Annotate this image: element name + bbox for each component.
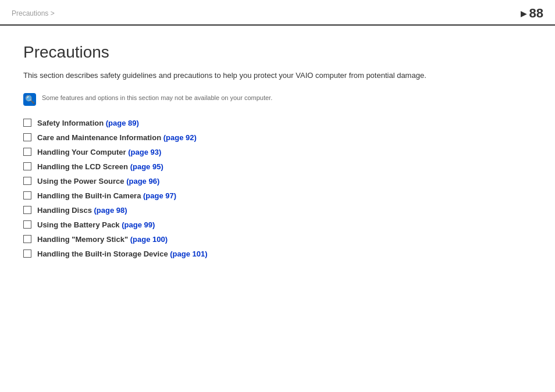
note-icon: 🔍 [23,93,36,106]
toc-label-3: Handling the LCD Screen (page 95) [37,162,163,171]
search-icon: 🔍 [25,95,35,104]
toc-link-7[interactable]: (page 99) [122,220,155,229]
toc-item: Handling the Built-in Camera (page 97) [23,191,532,200]
toc-checkbox-9 [23,250,31,258]
toc-checkbox-2 [23,148,31,156]
toc-link-1[interactable]: (page 92) [163,133,197,142]
toc-link-5[interactable]: (page 97) [143,191,176,200]
toc-checkbox-5 [23,191,31,199]
main-content: Precautions This section describes safet… [0,26,555,276]
toc-checkbox-4 [23,177,31,185]
toc-label-5: Handling the Built-in Camera (page 97) [37,191,176,200]
breadcrumb: Precautions > [12,9,55,17]
toc-item: Care and Maintenance Information (page 9… [23,133,532,142]
intro-text: This section describes safety guidelines… [23,70,532,81]
toc-link-2[interactable]: (page 93) [128,148,161,156]
toc-label-0: Safety Information (page 89) [37,119,139,127]
toc-item: Handling Discs (page 98) [23,206,532,215]
toc-label-9: Handling the Built-in Storage Device (pa… [37,250,208,258]
toc-label-6: Handling Discs (page 98) [37,206,127,215]
toc-checkbox-7 [23,220,31,229]
toc-label-4: Using the Power Source (page 96) [37,177,159,186]
note-text: Some features and options in this sectio… [42,92,272,103]
toc-checkbox-3 [23,162,31,170]
toc-checkbox-1 [23,133,31,141]
toc-checkbox-6 [23,206,31,214]
toc-link-3[interactable]: (page 95) [130,162,163,171]
toc-checkbox-0 [23,119,31,127]
toc-checkbox-8 [23,235,31,243]
page-number-container: ▶ 88 [521,6,543,21]
page-title: Precautions [23,43,532,62]
toc-label-2: Handling Your Computer (page 93) [37,148,161,156]
toc-item: Handling the Built-in Storage Device (pa… [23,250,532,258]
toc-link-9[interactable]: (page 101) [170,250,207,258]
toc-item: Handling the LCD Screen (page 95) [23,162,532,171]
toc-link-8[interactable]: (page 100) [130,235,168,244]
toc-link-4[interactable]: (page 96) [126,177,159,186]
toc-link-6[interactable]: (page 98) [94,206,127,215]
toc-label-8: Handling "Memory Stick" (page 100) [37,235,168,244]
header-bar: Precautions > ▶ 88 [0,0,555,26]
toc-item: Using the Battery Pack (page 99) [23,220,532,229]
page-number: 88 [529,6,543,21]
toc-item: Using the Power Source (page 96) [23,177,532,186]
note-box: 🔍 Some features and options in this sect… [23,92,532,106]
page-arrow-icon: ▶ [521,9,527,18]
toc-link-0[interactable]: (page 89) [106,119,139,127]
toc-item: Safety Information (page 89) [23,119,532,127]
toc-label-7: Using the Battery Pack (page 99) [37,220,155,229]
toc-item: Handling Your Computer (page 93) [23,148,532,156]
toc-label-1: Care and Maintenance Information (page 9… [37,133,197,142]
toc-list: Safety Information (page 89)Care and Mai… [23,119,532,258]
toc-item: Handling "Memory Stick" (page 100) [23,235,532,244]
